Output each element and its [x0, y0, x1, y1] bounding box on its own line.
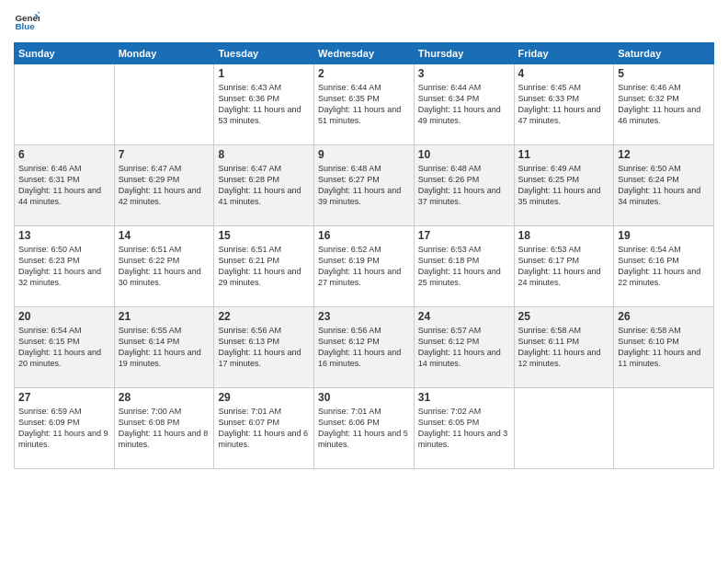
day-info: Sunrise: 6:49 AM Sunset: 6:25 PM Dayligh…: [518, 163, 610, 208]
day-number: 31: [418, 391, 510, 404]
weekday-wednesday: Wednesday: [314, 43, 415, 64]
day-number: 11: [518, 148, 610, 161]
day-info: Sunrise: 6:48 AM Sunset: 6:27 PM Dayligh…: [318, 163, 410, 208]
weekday-sunday: Sunday: [15, 43, 115, 64]
day-info: Sunrise: 6:51 AM Sunset: 6:22 PM Dayligh…: [119, 244, 210, 289]
day-info: Sunrise: 6:58 AM Sunset: 6:10 PM Dayligh…: [618, 325, 710, 370]
day-info: Sunrise: 6:56 AM Sunset: 6:13 PM Dayligh…: [218, 325, 310, 370]
calendar-cell: 22Sunrise: 6:56 AM Sunset: 6:13 PM Dayli…: [214, 307, 314, 388]
day-number: 19: [618, 229, 710, 242]
logo-icon: General Blue: [14, 9, 40, 35]
calendar-cell: 11Sunrise: 6:49 AM Sunset: 6:25 PM Dayli…: [514, 145, 614, 226]
calendar-cell: 7Sunrise: 6:47 AM Sunset: 6:29 PM Daylig…: [114, 145, 214, 226]
calendar-cell: 19Sunrise: 6:54 AM Sunset: 6:16 PM Dayli…: [614, 226, 714, 307]
day-info: Sunrise: 6:58 AM Sunset: 6:11 PM Dayligh…: [518, 325, 610, 370]
svg-text:Blue: Blue: [15, 21, 35, 31]
week-row-2: 6Sunrise: 6:46 AM Sunset: 6:31 PM Daylig…: [15, 145, 714, 226]
day-info: Sunrise: 6:57 AM Sunset: 6:12 PM Dayligh…: [418, 325, 510, 370]
calendar-cell: 31Sunrise: 7:02 AM Sunset: 6:05 PM Dayli…: [414, 388, 514, 469]
day-number: 1: [218, 67, 310, 80]
header: General Blue: [14, 9, 714, 35]
calendar-cell: 3Sunrise: 6:44 AM Sunset: 6:34 PM Daylig…: [414, 64, 514, 145]
calendar-cell: 2Sunrise: 6:44 AM Sunset: 6:35 PM Daylig…: [314, 64, 415, 145]
day-info: Sunrise: 6:44 AM Sunset: 6:35 PM Dayligh…: [318, 82, 410, 127]
calendar-cell: 13Sunrise: 6:50 AM Sunset: 6:23 PM Dayli…: [15, 226, 115, 307]
calendar-cell: [614, 388, 714, 469]
day-number: 22: [218, 310, 310, 323]
calendar-cell: 28Sunrise: 7:00 AM Sunset: 6:08 PM Dayli…: [114, 388, 214, 469]
calendar-cell: 21Sunrise: 6:55 AM Sunset: 6:14 PM Dayli…: [114, 307, 214, 388]
day-info: Sunrise: 7:02 AM Sunset: 6:05 PM Dayligh…: [418, 406, 510, 451]
calendar-cell: 16Sunrise: 6:52 AM Sunset: 6:19 PM Dayli…: [314, 226, 415, 307]
weekday-friday: Friday: [514, 43, 614, 64]
day-info: Sunrise: 7:01 AM Sunset: 6:06 PM Dayligh…: [318, 406, 410, 451]
day-number: 15: [218, 229, 310, 242]
day-info: Sunrise: 6:53 AM Sunset: 6:17 PM Dayligh…: [518, 244, 610, 289]
weekday-saturday: Saturday: [614, 43, 714, 64]
day-number: 18: [518, 229, 610, 242]
day-info: Sunrise: 6:47 AM Sunset: 6:29 PM Dayligh…: [119, 163, 210, 208]
day-info: Sunrise: 6:55 AM Sunset: 6:14 PM Dayligh…: [119, 325, 210, 370]
calendar-cell: [15, 64, 115, 145]
day-info: Sunrise: 6:45 AM Sunset: 6:33 PM Dayligh…: [518, 82, 610, 127]
day-info: Sunrise: 6:46 AM Sunset: 6:32 PM Dayligh…: [618, 82, 710, 127]
day-info: Sunrise: 6:56 AM Sunset: 6:12 PM Dayligh…: [318, 325, 410, 370]
day-info: Sunrise: 6:50 AM Sunset: 6:23 PM Dayligh…: [18, 244, 110, 289]
day-info: Sunrise: 7:00 AM Sunset: 6:08 PM Dayligh…: [119, 406, 210, 451]
day-info: Sunrise: 6:44 AM Sunset: 6:34 PM Dayligh…: [418, 82, 510, 127]
calendar-cell: 14Sunrise: 6:51 AM Sunset: 6:22 PM Dayli…: [114, 226, 214, 307]
day-number: 27: [18, 391, 110, 404]
day-number: 28: [119, 391, 210, 404]
week-row-4: 20Sunrise: 6:54 AM Sunset: 6:15 PM Dayli…: [15, 307, 714, 388]
day-number: 14: [119, 229, 210, 242]
calendar-cell: 4Sunrise: 6:45 AM Sunset: 6:33 PM Daylig…: [514, 64, 614, 145]
calendar-cell: 25Sunrise: 6:58 AM Sunset: 6:11 PM Dayli…: [514, 307, 614, 388]
day-number: 26: [618, 310, 710, 323]
weekday-thursday: Thursday: [414, 43, 514, 64]
calendar-cell: 29Sunrise: 7:01 AM Sunset: 6:07 PM Dayli…: [214, 388, 314, 469]
day-number: 29: [218, 391, 310, 404]
day-number: 6: [18, 148, 110, 161]
day-info: Sunrise: 6:54 AM Sunset: 6:16 PM Dayligh…: [618, 244, 710, 289]
calendar-cell: 26Sunrise: 6:58 AM Sunset: 6:10 PM Dayli…: [614, 307, 714, 388]
weekday-monday: Monday: [114, 43, 214, 64]
day-info: Sunrise: 6:51 AM Sunset: 6:21 PM Dayligh…: [218, 244, 310, 289]
day-number: 9: [318, 148, 410, 161]
calendar-cell: 30Sunrise: 7:01 AM Sunset: 6:06 PM Dayli…: [314, 388, 415, 469]
day-info: Sunrise: 6:54 AM Sunset: 6:15 PM Dayligh…: [18, 325, 110, 370]
calendar-cell: 12Sunrise: 6:50 AM Sunset: 6:24 PM Dayli…: [614, 145, 714, 226]
calendar-cell: 5Sunrise: 6:46 AM Sunset: 6:32 PM Daylig…: [614, 64, 714, 145]
calendar-cell: 10Sunrise: 6:48 AM Sunset: 6:26 PM Dayli…: [414, 145, 514, 226]
day-number: 17: [418, 229, 510, 242]
day-number: 5: [618, 67, 710, 80]
calendar-cell: 6Sunrise: 6:46 AM Sunset: 6:31 PM Daylig…: [15, 145, 115, 226]
day-number: 2: [318, 67, 410, 80]
day-number: 7: [119, 148, 210, 161]
day-number: 8: [218, 148, 310, 161]
calendar-cell: 24Sunrise: 6:57 AM Sunset: 6:12 PM Dayli…: [414, 307, 514, 388]
weekday-tuesday: Tuesday: [214, 43, 314, 64]
calendar-cell: 8Sunrise: 6:47 AM Sunset: 6:28 PM Daylig…: [214, 145, 314, 226]
calendar-table: SundayMondayTuesdayWednesdayThursdayFrid…: [14, 42, 714, 469]
day-number: 13: [18, 229, 110, 242]
calendar-cell: 27Sunrise: 6:59 AM Sunset: 6:09 PM Dayli…: [15, 388, 115, 469]
day-info: Sunrise: 6:47 AM Sunset: 6:28 PM Dayligh…: [218, 163, 310, 208]
day-info: Sunrise: 6:43 AM Sunset: 6:36 PM Dayligh…: [218, 82, 310, 127]
calendar-cell: 18Sunrise: 6:53 AM Sunset: 6:17 PM Dayli…: [514, 226, 614, 307]
day-number: 3: [418, 67, 510, 80]
calendar-cell: 23Sunrise: 6:56 AM Sunset: 6:12 PM Dayli…: [314, 307, 415, 388]
day-number: 21: [119, 310, 210, 323]
day-number: 16: [318, 229, 410, 242]
calendar-cell: [514, 388, 614, 469]
day-number: 4: [518, 67, 610, 80]
day-number: 25: [518, 310, 610, 323]
day-info: Sunrise: 6:48 AM Sunset: 6:26 PM Dayligh…: [418, 163, 510, 208]
week-row-5: 27Sunrise: 6:59 AM Sunset: 6:09 PM Dayli…: [15, 388, 714, 469]
calendar-cell: 15Sunrise: 6:51 AM Sunset: 6:21 PM Dayli…: [214, 226, 314, 307]
calendar-cell: 20Sunrise: 6:54 AM Sunset: 6:15 PM Dayli…: [15, 307, 115, 388]
day-info: Sunrise: 6:52 AM Sunset: 6:19 PM Dayligh…: [318, 244, 410, 289]
day-info: Sunrise: 6:53 AM Sunset: 6:18 PM Dayligh…: [418, 244, 510, 289]
day-number: 30: [318, 391, 410, 404]
day-number: 24: [418, 310, 510, 323]
calendar-cell: 1Sunrise: 6:43 AM Sunset: 6:36 PM Daylig…: [214, 64, 314, 145]
